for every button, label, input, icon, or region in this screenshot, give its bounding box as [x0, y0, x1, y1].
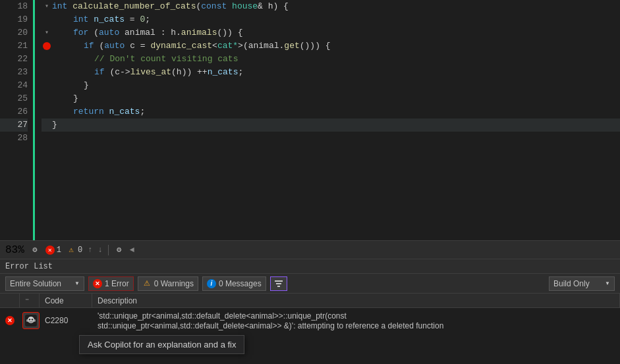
code-line-22: // Don't count visiting cats — [42, 53, 620, 66]
warn-count-button[interactable]: ⚠ 0 Warnings — [138, 276, 198, 291]
code-line-21: ▾ if (auto c = dynamic_cast<cat*>(animal… — [42, 39, 620, 53]
code-line-28 — [42, 132, 620, 145]
svg-point-8 — [34, 319, 36, 322]
th-description[interactable]: Description — [92, 294, 620, 307]
code-line-24: } — [42, 79, 620, 92]
svg-point-6 — [32, 319, 33, 320]
error-count-button[interactable]: ✕ 1 Error — [88, 276, 134, 291]
panel-title: Error List — [5, 262, 53, 271]
code-line-20: ▾ for (auto animal : h.animals()) { — [42, 26, 620, 39]
breakpoint-icon — [43, 42, 51, 50]
svg-point-7 — [26, 319, 28, 322]
scope-dropdown[interactable]: Entire Solution ▼ — [5, 276, 84, 291]
row-copilot-cell — [20, 308, 40, 333]
tooltip-container: Ask Copilot for an explanation and a fix — [79, 335, 244, 354]
svg-rect-0 — [275, 280, 283, 282]
error-badge: ✕ 1 — [45, 246, 61, 255]
error-list-panel: Error List Entire Solution ▼ ✕ 1 Error ⚠… — [0, 259, 620, 364]
line-num-22: 22 — [0, 53, 28, 66]
dropdown-arrow-icon: ▼ — [74, 280, 80, 286]
fold-arrow-20[interactable]: ▾ — [42, 26, 52, 39]
table-header: ⁻ Code Description — [0, 294, 620, 308]
code-line-19: int n_cats = 0; — [42, 13, 620, 26]
line-num-21: 21 — [0, 39, 28, 53]
fold-arrow-18[interactable]: ▾ — [42, 0, 52, 13]
tooltip-box: Ask Copilot for an explanation and a fix — [79, 335, 244, 354]
settings-icon[interactable]: ⚙ — [30, 245, 40, 255]
table-row[interactable]: ✕ — [0, 308, 620, 333]
line-numbers: 18 19 20 21 22 23 24 25 26 27 28 — [0, 0, 33, 240]
line-num-26: 26 — [0, 105, 28, 118]
toolbar-sep — [108, 245, 109, 255]
tooltip-text: Ask Copilot for an explanation and a fix — [88, 340, 236, 350]
filter-icon[interactable]: ⚙ — [114, 245, 125, 255]
msg-count-button[interactable]: i 0 Messages — [202, 276, 266, 291]
code-line-26: return n_cats; — [42, 105, 620, 118]
filter-icon — [274, 279, 283, 288]
th-sort: ⁻ — [20, 294, 40, 307]
error-count-icon: ✕ — [45, 246, 55, 255]
line-num-19: 19 — [0, 13, 28, 26]
line-num-23: 23 — [0, 66, 28, 79]
build-only-arrow-icon: ▼ — [605, 280, 610, 286]
th-code[interactable]: Code — [40, 294, 92, 307]
line-num-24: 24 — [0, 79, 28, 92]
scope-label: Entire Solution — [10, 279, 61, 288]
sort-icon: ⁻ — [25, 296, 29, 305]
code-line-27: } — [42, 118, 620, 132]
copilot-icon[interactable] — [22, 312, 40, 329]
row-error-icon-cell: ✕ — [0, 308, 20, 333]
desc-line-1: 'std::unique_ptr<animal,std::default_del… — [98, 311, 347, 321]
build-only-dropdown[interactable]: Build Only ▼ — [549, 276, 615, 291]
error-table: ⁻ Code Description ✕ — [0, 294, 620, 364]
editor-toolbar: 83% ⚙ ✕ 1 ⚠ 0 ↑ ↓ ⚙ ◄ — [0, 240, 620, 259]
warn-count-label: 0 — [78, 246, 82, 255]
warn-icon: ⚠ — [67, 246, 76, 255]
warn-badge: ⚠ 0 — [67, 246, 82, 255]
warn-btn-icon: ⚠ — [142, 279, 152, 288]
code-lines: ▾ int calculate_number_of_cats(const hou… — [35, 0, 620, 240]
line-num-27: 27 — [0, 118, 28, 132]
row-description: 'std::unique_ptr<animal,std::default_del… — [92, 308, 620, 333]
line-num-20: 20 — [0, 26, 28, 39]
line-num-18: 18 — [0, 0, 28, 13]
desc-line-2: std::unique_ptr<animal,std::default_dele… — [98, 321, 443, 330]
code-editor: 18 19 20 21 22 23 24 25 26 27 28 ▾ int c… — [0, 0, 620, 240]
code-line-25: } — [42, 92, 620, 105]
info-btn-icon: i — [207, 279, 216, 288]
svg-rect-2 — [277, 286, 280, 287]
filter-button[interactable] — [270, 276, 287, 291]
line-num-28: 28 — [0, 132, 28, 145]
panel-header: Error List — [0, 259, 620, 274]
code-line-18: ▾ int calculate_number_of_cats(const hou… — [42, 0, 620, 13]
row-code: C2280 — [40, 308, 92, 333]
svg-point-5 — [29, 319, 30, 320]
error-count-label: 1 — [57, 246, 61, 255]
code-line-23: if (c->lives_at(h)) ++n_cats; — [42, 66, 620, 79]
svg-rect-1 — [276, 283, 281, 284]
zoom-level: 83% — [5, 244, 24, 256]
build-only-label: Build Only — [553, 279, 590, 288]
panel-toolbar: Entire Solution ▼ ✕ 1 Error ⚠ 0 Warnings… — [0, 274, 620, 294]
msg-count-text: 0 Messages — [219, 279, 262, 288]
warn-count-text: 0 Warnings — [154, 279, 194, 288]
error-btn-icon: ✕ — [93, 279, 102, 288]
error-count-text: 1 Error — [105, 279, 129, 288]
copilot-face-icon — [25, 315, 37, 326]
line-num-25: 25 — [0, 92, 28, 105]
th-icon — [0, 294, 20, 307]
row-error-icon: ✕ — [5, 316, 14, 325]
